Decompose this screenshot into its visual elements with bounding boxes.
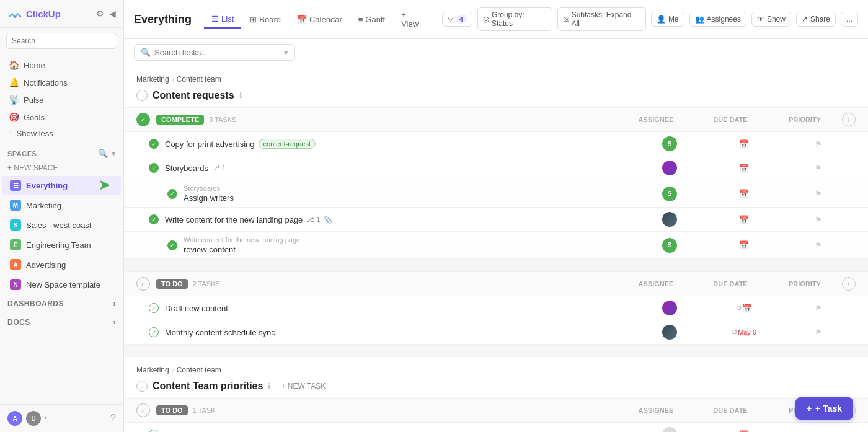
col-duedate-3: DUE DATE: [693, 407, 768, 414]
subtasks-icon: ⇲: [563, 15, 569, 24]
help-icon[interactable]: ?: [110, 413, 116, 424]
sidebar-item-advertising[interactable]: A Advertising: [2, 255, 121, 274]
group-by-icon: ◎: [483, 15, 489, 24]
task-check-t3[interactable]: ✓: [149, 214, 159, 224]
task-name-t4: Draft new content: [165, 304, 627, 313]
sidebar-item-home[interactable]: 🏠 Home: [0, 56, 123, 74]
avatar-t3s1[interactable]: S: [662, 238, 677, 253]
tab-board[interactable]: ⊞ Board: [242, 11, 288, 28]
me-label: Me: [668, 15, 679, 24]
attachment-icon-t3: 📎: [324, 216, 332, 224]
task-priority-t3s1: ⚑: [781, 240, 856, 250]
repeat-icon-t4: ↺: [736, 304, 742, 312]
task-name-t5: Monthly content schedule sync: [165, 328, 627, 337]
group-circle-todo[interactable]: ✓: [136, 277, 150, 291]
settings-icon[interactable]: ⚙: [96, 9, 104, 19]
list-content-requests: Marketing › Content team ○ Content reque…: [124, 66, 868, 357]
calendar-icon-t4: 📅: [742, 304, 752, 313]
avatar-t3[interactable]: [662, 212, 677, 227]
user-dot-menu[interactable]: •: [45, 414, 47, 423]
sidebar-item-marketing[interactable]: M Marketing: [2, 196, 121, 214]
new-space-button[interactable]: + NEW SPACE: [0, 161, 123, 175]
group-by-button[interactable]: ◎ Group by: Status: [477, 7, 552, 31]
advertising-label: Advertising: [26, 260, 66, 270]
avatar-t5[interactable]: [662, 325, 677, 340]
sidebar-item-engineering-team[interactable]: E Engineering Team: [2, 236, 121, 254]
avatar-t2[interactable]: [662, 161, 677, 175]
table-row: ✓ Copy for print advertising content-req…: [124, 132, 868, 156]
sidebar-item-new-space-template[interactable]: N New Space template: [2, 275, 121, 294]
show-button[interactable]: 👁 Show: [751, 12, 791, 27]
new-task-link[interactable]: + NEW TASK: [281, 382, 326, 390]
task-check-t2[interactable]: ✓: [149, 163, 159, 173]
tab-list[interactable]: ☰ List: [204, 11, 241, 29]
tab-calendar[interactable]: 📅 Calendar: [290, 11, 350, 28]
list-title-2: Content Team priorities: [153, 381, 263, 392]
avatar-t1[interactable]: S: [662, 136, 677, 151]
task-check-t5[interactable]: ✓: [149, 327, 159, 337]
sidebar-search-input[interactable]: [6, 33, 117, 49]
task-check-t3s1[interactable]: ✓: [167, 240, 177, 250]
task-assignee-t3s1: S: [632, 238, 707, 253]
sidebar-item-goals[interactable]: 🎯 Goals: [0, 108, 123, 126]
task-check-t1[interactable]: ✓: [149, 139, 159, 149]
task-cols-t2: 📅 ⚑: [632, 161, 856, 175]
avatar-t2s1[interactable]: S: [662, 187, 677, 201]
sidebar-show-less-button[interactable]: ↑ Show less: [0, 126, 123, 141]
filter-button[interactable]: ▽ 4: [442, 12, 472, 27]
search-icon: 🔍: [141, 48, 151, 57]
subtasks-label: Subtasks: Expand All: [572, 11, 640, 28]
sidebar-item-everything[interactable]: ☰ Everything ➤: [2, 176, 121, 195]
avatar-t6[interactable]: [662, 427, 677, 432]
me-button[interactable]: 👤 Me: [651, 12, 684, 27]
task-check-t4[interactable]: ✓: [149, 303, 159, 313]
task-search-input[interactable]: [154, 48, 280, 57]
group-header-todo2: ✓ TO DO 1 TASK ASSIGNEE DUE DATE PRIORIT…: [124, 398, 868, 423]
task-search-bar[interactable]: 🔍 ▾: [134, 44, 295, 61]
assignees-button[interactable]: 👥 Assignees: [689, 12, 746, 27]
complete-badge: COMPLETE: [156, 115, 204, 125]
gantt-tab-label: Gantt: [365, 15, 385, 24]
list-title-row-1: ○ Content requests ℹ: [124, 87, 868, 107]
todo-badge: TO DO: [156, 279, 188, 289]
task-duedate-t5: ↺ May 6: [707, 328, 781, 337]
collapse-icon[interactable]: ◀: [109, 9, 116, 19]
subtasks-button[interactable]: ⇲ Subtasks: Expand All: [557, 7, 646, 31]
add-task-fab-button[interactable]: + + Task: [795, 397, 853, 420]
sidebar-item-sales-west-coast[interactable]: S Sales - west coast: [2, 216, 121, 234]
search-spaces-icon[interactable]: 🔍: [98, 149, 108, 158]
dashboards-section[interactable]: DASHBOARDS ›: [0, 294, 123, 313]
todo2-badge: TO DO: [156, 405, 188, 415]
tab-view[interactable]: + View: [394, 6, 432, 32]
task-assignee-t3: [632, 212, 707, 227]
more-menu-button[interactable]: ...: [841, 12, 858, 27]
breadcrumb-marketing2: Marketing: [136, 366, 169, 374]
task-cols-t4: ↺ 📅 ⚑: [632, 301, 856, 315]
user-avatar[interactable]: A: [7, 411, 22, 426]
expand-spaces-icon[interactable]: ▾: [112, 149, 116, 158]
task-cols-t3: 📅 ⚑: [632, 212, 856, 227]
sidebar-nav: 🏠 Home 🔔 Notifications 📡 Pulse 🎯 Goals ↑…: [0, 54, 123, 144]
list-info-icon-2[interactable]: ℹ: [268, 382, 271, 390]
list-info-icon-1[interactable]: ℹ: [239, 91, 242, 100]
search-chevron-icon[interactable]: ▾: [284, 48, 288, 57]
add-task-complete[interactable]: +: [842, 113, 856, 126]
sidebar-header-icons: ⚙ ◀: [96, 9, 116, 19]
task-check-t2s1[interactable]: ✓: [167, 189, 177, 199]
list-tab-label: List: [221, 14, 234, 24]
task-name-t1: Copy for print advertising content-reque…: [165, 139, 627, 149]
user-avatar-secondary[interactable]: U: [26, 411, 41, 426]
add-task-todo[interactable]: +: [842, 277, 856, 291]
sidebar-user-area: A U •: [7, 411, 47, 426]
avatar-t4[interactable]: [662, 301, 677, 315]
share-button[interactable]: ↗ Share: [796, 12, 836, 27]
tab-gantt[interactable]: ≡ Gantt: [351, 11, 392, 28]
task-cols-t3s1: S 📅 ⚑: [632, 238, 856, 253]
group-circle-complete[interactable]: ✓: [136, 113, 150, 126]
docs-section[interactable]: DOCS ›: [0, 313, 123, 332]
task-check-t6[interactable]: ✓: [149, 430, 159, 432]
sidebar-item-pulse[interactable]: 📡 Pulse: [0, 91, 123, 108]
fab-label: + Task: [815, 403, 842, 413]
sidebar-item-notifications[interactable]: 🔔 Notifications: [0, 74, 123, 91]
group-circle-todo2[interactable]: ✓: [136, 403, 150, 417]
